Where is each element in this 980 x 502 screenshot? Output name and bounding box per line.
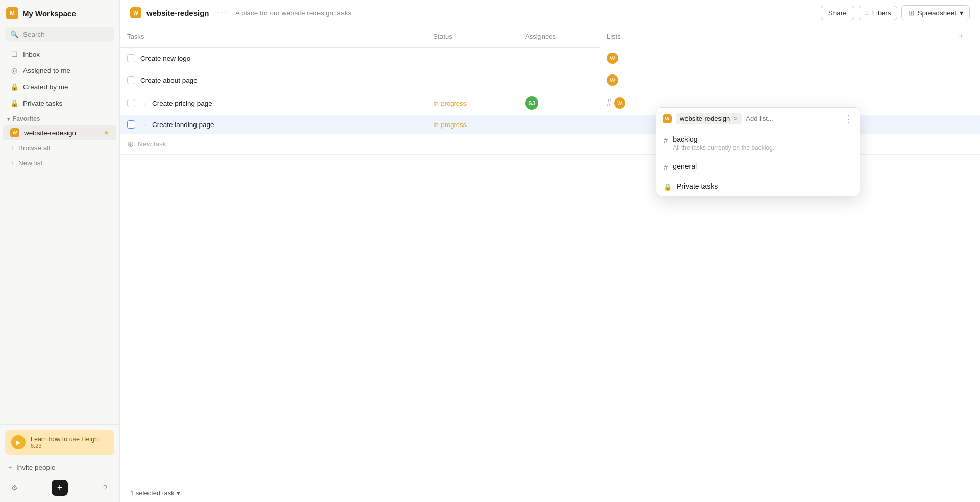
header-project-name: website-redesign (146, 9, 209, 17)
task-assignees (518, 69, 600, 91)
task-assignees (518, 115, 600, 134)
sidebar-item-private[interactable]: 🔒 Private tasks (3, 95, 116, 111)
add-list-input[interactable] (746, 115, 840, 122)
sidebar-item-assigned[interactable]: ◎ Assigned to me (3, 63, 116, 78)
tag-label: website-redesign (680, 115, 730, 122)
task-status (426, 47, 518, 69)
learn-content: Learn how to use Height 6:23 (31, 436, 100, 449)
workspace-header[interactable]: M My Workspace (0, 0, 119, 24)
workspace-label: My Workspace (22, 9, 76, 18)
new-task-plus-icon: ⊕ (127, 139, 134, 149)
task-name: Create pricing page (152, 99, 212, 107)
created-label: Created by me (23, 83, 68, 91)
learn-time: 6:23 (31, 443, 100, 449)
dropdown-item-general[interactable]: # general (656, 157, 860, 177)
invite-label: Invite people (16, 464, 56, 471)
new-list-button[interactable]: + New list (3, 156, 116, 170)
new-list-plus-icon: + (10, 159, 14, 167)
task-arrow-icon: → (140, 121, 147, 129)
task-assignees: SJ (518, 91, 600, 115)
search-button[interactable]: 🔍 Search (5, 27, 114, 42)
item-name: Private tasks (677, 182, 718, 190)
selected-count-label: 1 selected task (130, 489, 175, 497)
list-dropdown: W website-redesign × ⋮ # backlog All the… (656, 107, 860, 196)
task-status: In progress (426, 91, 518, 115)
browse-all-button[interactable]: + Browse all (3, 141, 116, 155)
column-status: Status (426, 26, 518, 47)
task-lists: W (600, 47, 980, 69)
more-options-button[interactable]: ··· (214, 7, 230, 18)
spreadsheet-label: Spreadsheet (917, 9, 957, 17)
dropdown-more-button[interactable]: ⋮ (844, 113, 853, 124)
filter-icon: ≡ (865, 9, 869, 17)
add-button[interactable]: + (52, 480, 68, 496)
settings-icon[interactable]: ⚙ (7, 481, 21, 495)
assigned-label: Assigned to me (23, 67, 70, 74)
add-column-button[interactable]: + (958, 31, 973, 42)
share-button[interactable]: Share (821, 6, 854, 20)
header-actions: Share ≡ Filters ⊞ Spreadsheet ▾ (821, 5, 970, 20)
hash-icon: # (664, 136, 668, 144)
header-project-icon: W (130, 7, 141, 18)
dropdown-item-backlog[interactable]: # backlog All the tasks currently on the… (656, 130, 860, 157)
spreadsheet-icon: ⊞ (908, 9, 914, 17)
task-lists: W (600, 69, 980, 91)
globe-icon: W (607, 74, 618, 86)
plus-icon: + (10, 144, 14, 152)
main-content: W website-redesign ··· A place for our w… (120, 0, 980, 502)
column-lists: Lists + (600, 26, 980, 47)
main-header: W website-redesign ··· A place for our w… (120, 0, 980, 26)
learn-title: Learn how to use Height (31, 436, 100, 443)
table-row[interactable]: Create new logo W (120, 47, 980, 69)
sidebar-bottom: ▶ Learn how to use Height 6:23 + Invite … (0, 424, 119, 502)
dropdown-item-private[interactable]: 🔒 Private tasks (656, 177, 860, 196)
status-chevron-icon[interactable]: ▾ (177, 489, 180, 497)
private-label: Private tasks (23, 99, 62, 107)
task-checkbox[interactable] (127, 99, 135, 107)
filters-label: Filters (872, 9, 891, 17)
task-status (426, 69, 518, 91)
learn-box[interactable]: ▶ Learn how to use Height 6:23 (5, 430, 114, 455)
star-icon: ★ (104, 129, 109, 136)
task-checkbox[interactable] (127, 76, 135, 84)
task-name: Create new logo (140, 55, 190, 62)
task-checkbox[interactable] (127, 120, 135, 129)
remove-tag-button[interactable]: × (734, 115, 738, 122)
spreadsheet-button[interactable]: ⊞ Spreadsheet ▾ (901, 5, 970, 20)
fav-project-icon: W (10, 128, 19, 137)
sidebar: M My Workspace 🔍 Search ☐ Inbox ◎ Assign… (0, 0, 120, 502)
play-icon: ▶ (11, 435, 26, 449)
task-arrow-icon: → (140, 99, 147, 107)
task-name: Create landing page (152, 121, 214, 129)
assignee-avatar: SJ (525, 96, 538, 110)
lock-icon: 🔒 (10, 83, 18, 91)
tag-chip: website-redesign × (676, 113, 742, 124)
task-name: Create about page (140, 77, 198, 84)
help-icon[interactable]: ? (98, 481, 112, 495)
person-icon: ◎ (10, 66, 18, 74)
sidebar-item-created[interactable]: 🔒 Created by me (3, 79, 116, 94)
browse-all-label: Browse all (18, 144, 50, 152)
invite-button[interactable]: + Invite people (0, 460, 119, 475)
sidebar-item-inbox[interactable]: ☐ Inbox (3, 46, 116, 62)
favorites-label: Favorites (13, 115, 40, 122)
sidebar-item-website-redesign[interactable]: W website-redesign ★ (3, 125, 116, 140)
search-icon: 🔍 (10, 30, 19, 38)
fav-project-label: website-redesign (24, 129, 76, 137)
favorites-section[interactable]: ▾ Favorites (0, 111, 119, 124)
column-assignees: Assignees (518, 26, 600, 47)
hash-icon: # (664, 163, 668, 171)
table-container: Tasks Status Assignees Lists + (120, 26, 980, 502)
item-name: general (673, 162, 697, 170)
filters-button[interactable]: ≡ Filters (859, 6, 898, 20)
chevron-down-icon: ▾ (960, 9, 963, 17)
dropdown-header: W website-redesign × ⋮ (656, 108, 860, 130)
task-assignees (518, 47, 600, 69)
status-bar: 1 selected task ▾ (120, 484, 980, 502)
search-label: Search (23, 31, 45, 38)
chevron-down-icon: ▾ (7, 116, 10, 122)
private-lock-icon: 🔒 (10, 99, 18, 107)
task-checkbox[interactable] (127, 54, 135, 62)
table-row[interactable]: Create about page W (120, 69, 980, 91)
bottom-icons: ⚙ + ? (0, 475, 119, 502)
